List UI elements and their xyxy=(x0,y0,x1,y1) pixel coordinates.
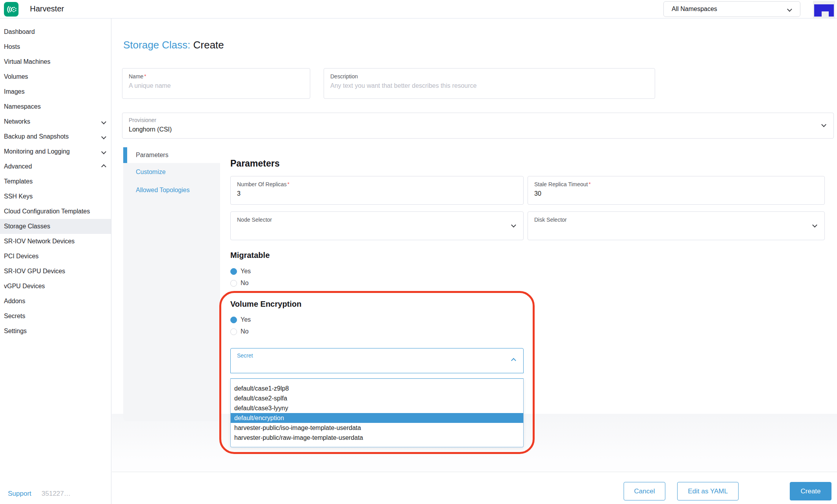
provisioner-select[interactable]: Provisioner Longhorn (CSI) xyxy=(122,113,834,139)
radio-selected-icon xyxy=(230,317,237,323)
required-asterisk: * xyxy=(287,181,289,187)
disk-selector-select[interactable]: Disk Selector xyxy=(528,211,825,240)
namespace-selector[interactable]: All Namespaces xyxy=(663,1,800,17)
radio-selected-icon xyxy=(230,268,237,275)
secret-option[interactable]: harvester-public/raw-image-template-user… xyxy=(231,433,523,443)
sidebar-item-label: Networks xyxy=(4,118,102,125)
sidebar-item-dashboard[interactable]: Dashboard xyxy=(0,24,111,39)
avatar-identicon-notch xyxy=(822,11,829,17)
sidebar-item-volumes[interactable]: Volumes xyxy=(0,69,111,84)
number-of-replicas-input[interactable] xyxy=(237,190,517,197)
sidebar-item-secrets[interactable]: Secrets xyxy=(0,309,111,324)
sidebar-item-label: Monitoring and Logging xyxy=(4,148,102,155)
sidebar-item-pci-devices[interactable]: PCI Devices xyxy=(0,249,111,264)
stale-replica-timeout-label: Stale Replica Timeout* xyxy=(534,181,818,187)
action-footer: Cancel Edit as YAML Create xyxy=(112,472,837,504)
description-field-box: Description xyxy=(324,68,655,99)
version-label: 351227… xyxy=(42,490,71,498)
user-avatar[interactable] xyxy=(813,1,835,18)
sidebar-item-advanced[interactable]: Advanced xyxy=(0,159,111,174)
sidebar-item-sriov-gpu-devices[interactable]: SR-IOV GPU Devices xyxy=(0,264,111,279)
sidebar-item-settings[interactable]: Settings xyxy=(0,324,111,339)
chevron-down-icon xyxy=(101,119,106,124)
sidebar-item-label: Settings xyxy=(4,328,106,335)
stale-replica-timeout-input[interactable] xyxy=(534,190,818,197)
form-tabs: Parameters Customize Allowed Topologies xyxy=(123,147,220,421)
sidebar-item-backup-and-snapshots[interactable]: Backup and Snapshots xyxy=(0,129,111,144)
secret-option[interactable]: default/case2-splfa xyxy=(231,393,523,403)
radio-label: No xyxy=(241,328,248,335)
migratable-radio-yes[interactable]: Yes xyxy=(230,268,251,275)
provisioner-label: Provisioner xyxy=(129,117,827,123)
secret-option[interactable]: default/case3-lyyny xyxy=(231,403,523,413)
volume-encryption-radio-no[interactable]: No xyxy=(230,328,248,335)
sidebar-item-addons[interactable]: Addons xyxy=(0,294,111,309)
sidebar-item-label: SSH Keys xyxy=(4,193,106,200)
create-button[interactable]: Create xyxy=(790,482,831,500)
tab-allowed-topologies[interactable]: Allowed Topologies xyxy=(123,181,220,199)
secret-option[interactable]: default/case1-z9lp8 xyxy=(231,384,523,393)
sidebar-item-label: Templates xyxy=(4,178,106,185)
tab-label: Parameters xyxy=(136,152,169,159)
radio-label: No xyxy=(241,280,248,287)
harvester-logo-glyph xyxy=(6,4,17,15)
tab-parameters[interactable]: Parameters xyxy=(123,147,220,163)
support-link[interactable]: Support xyxy=(8,490,31,498)
volume-encryption-heading: Volume Encryption xyxy=(230,300,302,309)
name-input[interactable] xyxy=(129,82,304,89)
sidebar-item-vgpu-devices[interactable]: vGPU Devices xyxy=(0,279,111,294)
secret-option-selected[interactable]: default/encryption xyxy=(231,413,523,423)
sidebar-item-label: Cloud Configuration Templates xyxy=(4,208,106,215)
node-selector-select[interactable]: Node Selector xyxy=(230,211,524,240)
sidebar-item-images[interactable]: Images xyxy=(0,84,111,99)
description-field-label: Description xyxy=(330,73,648,80)
chevron-down-icon xyxy=(787,7,792,12)
name-field-box: Name* xyxy=(122,68,310,99)
tab-label: Allowed Topologies xyxy=(136,187,190,194)
radio-label: Yes xyxy=(241,268,251,275)
sidebar-item-sriov-network-devices[interactable]: SR-IOV Network Devices xyxy=(0,234,111,249)
sidebar-item-hosts[interactable]: Hosts xyxy=(0,39,111,54)
tab-customize[interactable]: Customize xyxy=(123,163,220,181)
sidebar-item-label: vGPU Devices xyxy=(4,283,106,290)
migratable-radio-no[interactable]: No xyxy=(230,280,248,287)
sidebar-item-label: Advanced xyxy=(4,163,102,170)
secret-select[interactable]: Secret xyxy=(230,348,524,373)
sidebar-item-templates[interactable]: Templates xyxy=(0,174,111,189)
secret-option[interactable]: harvester-public/iso-image-template-user… xyxy=(231,423,523,433)
namespace-selector-value: All Namespaces xyxy=(672,6,717,13)
sidebar-item-monitoring-and-logging[interactable]: Monitoring and Logging xyxy=(0,144,111,159)
harvester-logo-icon[interactable] xyxy=(4,2,19,17)
cancel-button[interactable]: Cancel xyxy=(624,482,665,500)
required-asterisk: * xyxy=(144,73,146,79)
parameters-heading: Parameters xyxy=(230,158,280,169)
tab-label: Customize xyxy=(136,169,166,176)
sidebar-item-networks[interactable]: Networks xyxy=(0,114,111,129)
sidebar-item-label: Virtual Machines xyxy=(4,58,106,65)
sidebar-item-label: SR-IOV GPU Devices xyxy=(4,268,106,275)
sidebar-item-namespaces[interactable]: Namespaces xyxy=(0,99,111,114)
sidebar-item-label: Dashboard xyxy=(4,28,106,35)
app-title: Harvester xyxy=(30,4,64,13)
name-field-label: Name* xyxy=(129,73,304,80)
main-content: Storage Class: Create Name* Description … xyxy=(112,19,837,504)
sidebar-nav: Dashboard Hosts Virtual Machines Volumes… xyxy=(0,19,111,504)
radio-unselected-icon xyxy=(230,328,237,335)
sidebar-item-ssh-keys[interactable]: SSH Keys xyxy=(0,189,111,204)
radio-unselected-icon xyxy=(230,280,237,287)
sidebar-item-storage-classes[interactable]: Storage Classes xyxy=(0,219,111,234)
edit-as-yaml-button[interactable]: Edit as YAML xyxy=(677,482,739,500)
description-input[interactable] xyxy=(330,82,648,89)
volume-encryption-radio-yes[interactable]: Yes xyxy=(230,316,251,323)
sidebar-item-label: PCI Devices xyxy=(4,253,106,260)
sidebar-item-cloud-configuration-templates[interactable]: Cloud Configuration Templates xyxy=(0,204,111,219)
top-header: Harvester All Namespaces xyxy=(0,0,837,19)
sidebar-list: Dashboard Hosts Virtual Machines Volumes… xyxy=(0,19,111,339)
page-title-resource: Storage Class: xyxy=(123,39,191,51)
sidebar-item-virtual-machines[interactable]: Virtual Machines xyxy=(0,54,111,69)
sidebar-item-label: Images xyxy=(4,88,106,95)
secret-select-label: Secret xyxy=(237,352,517,359)
number-of-replicas-label: Number Of Replicas* xyxy=(237,181,517,187)
sidebar-item-label: Storage Classes xyxy=(4,223,106,230)
sidebar-item-label: Volumes xyxy=(4,73,106,80)
